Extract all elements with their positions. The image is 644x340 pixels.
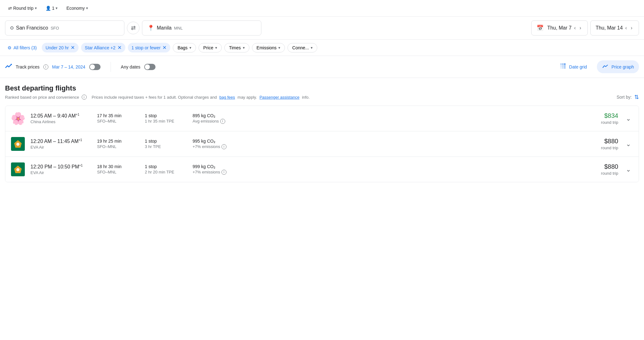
emissions-info-icon[interactable]: i [220,119,225,124]
price-filter-button[interactable]: Price ▾ [199,43,222,52]
filter-chip-staralliance[interactable]: Star Alliance +2 ✕ [81,43,125,52]
passengers-chevron: ▾ [56,6,57,10]
emissions-info-icon[interactable]: i [221,170,226,175]
flight-times: 12:20 AM – 11:45 AM+1 EVA Air [30,138,87,150]
expand-button[interactable]: ⌄ [623,138,634,150]
under20-remove-icon[interactable]: ✕ [71,45,75,51]
track-prices-label: Track prices [16,64,40,69]
any-dates-toggle[interactable] [144,64,156,70]
svg-rect-2 [562,63,564,65]
track-info-icon[interactable]: i [43,64,48,69]
flight-info: 12:05 AM – 9:40 AM+1 China Airlines 17 h… [30,113,582,124]
origin-city: San Francisco SFO [16,25,59,31]
trip-type-label: Round trip [13,6,34,11]
flight-stops: 1 stop 2 hr 20 min TPE [145,164,183,174]
flight-info: 12:20 PM – 10:50 PM+1 EVA Air 18 hr 30 m… [30,164,582,175]
track-prices-toggle[interactable] [89,64,101,70]
expand-button[interactable]: ⌄ [623,112,634,125]
section-title: Best departing flights [5,84,639,92]
expand-button[interactable]: ⌄ [623,163,634,176]
cabin-button[interactable]: Economy ▾ [63,4,91,13]
route-text: SFO–MNL [97,170,135,174]
stoporless-label: 1 stop or fewer [132,45,161,50]
bag-fees-link[interactable]: bag fees [219,95,235,100]
filter-chip-stoporless[interactable]: 1 stop or fewer ✕ [128,43,171,52]
table-row[interactable]: 12:20 AM – 11:45 AM+1 EVA Air 19 hr 25 m… [5,131,639,157]
table-row[interactable]: 🌸 12:05 AM – 9:40 AM+1 China Airlines 17… [5,106,639,131]
filter-chip-under20[interactable]: Under 20 hr ✕ [42,43,79,52]
flight-stops: 1 stop 1 hr 35 min TPE [145,113,183,123]
return-next-button[interactable]: › [630,24,634,32]
price-chevron: ▾ [215,46,217,50]
svg-rect-3 [564,63,565,65]
all-filters-label: All filters (3) [14,45,37,50]
eva-air-logo-2 [10,162,25,177]
emissions-info-icon[interactable]: i [221,144,226,149]
flight-duration: 17 hr 35 min SFO–MNL [97,113,135,123]
sort-button[interactable]: ⇅ [634,94,639,101]
pricing-note: Prices include required taxes + fees for… [92,95,217,100]
emissions-text: 999 kg CO₂ [193,164,240,169]
price-graph-button[interactable]: Price graph [597,60,639,73]
price-label: round trip [587,120,618,125]
origin-dot-icon [10,26,14,30]
flight-info: 12:20 AM – 11:45 AM+1 EVA Air 19 hr 25 m… [30,138,582,150]
section-subtitle-row: Ranked based on price and convenience i … [5,94,639,101]
track-date-range: Mar 7 – 14, 2024 [52,64,85,69]
calendar-icon: 📅 [537,25,543,31]
connections-label: Conne... [292,45,309,50]
cabin-label: Economy [66,6,85,11]
depart-date-field[interactable]: 📅 Thu, Mar 7 ‹ › [531,20,588,36]
bags-label: Bags [177,45,188,50]
flight-duration: 19 hr 25 min SFO–MNL [97,139,135,149]
return-date-label: Thu, Mar 14 [596,25,623,31]
stoporless-remove-icon[interactable]: ✕ [162,45,166,51]
staralliance-label: Star Alliance +2 [85,45,116,50]
bags-filter-button[interactable]: Bags ▾ [173,43,196,52]
trip-type-button[interactable]: ⇄ Round trip ▾ [5,4,40,13]
filters-bar: ⚙ All filters (3) Under 20 hr ✕ Star All… [0,40,644,56]
times-filter-button[interactable]: Times ▾ [224,43,249,52]
eva-air-logo [10,136,25,151]
stops-detail: 3 hr TPE [145,144,183,149]
return-prev-button[interactable]: ‹ [624,24,628,32]
any-dates-label: Any dates [121,64,140,69]
track-prices-bar: Track prices i Mar 7 – 14, 2024 Any date… [0,56,644,78]
passengers-button[interactable]: 👤 1 ▾ [42,4,61,13]
price-value: $880 [587,163,618,170]
person-icon: 👤 [46,6,51,11]
under20-label: Under 20 hr [46,45,69,50]
price-label: Price [203,45,213,50]
depart-prev-button[interactable]: ‹ [573,24,577,32]
ranked-info-icon[interactable]: i [82,95,87,100]
staralliance-remove-icon[interactable]: ✕ [117,45,122,51]
flight-time-range: 12:05 AM – 9:40 AM+1 [30,113,87,119]
emissions-label: +7% emissions i [193,170,240,175]
svg-rect-9 [564,67,565,69]
search-bar: San Francisco SFO ⇄ 📍 Manila MNL 📅 Thu, … [0,17,644,40]
flight-time-range: 12:20 AM – 11:45 AM+1 [30,138,87,144]
swap-button[interactable]: ⇄ [127,22,139,34]
table-row[interactable]: 12:20 PM – 10:50 PM+1 EVA Air 18 hr 30 m… [5,157,639,182]
emissions-text: 995 kg CO₂ [193,139,240,144]
return-date-field[interactable]: Thu, Mar 14 ‹ › [590,20,639,36]
airline-name: China Airlines [30,119,87,124]
cabin-chevron: ▾ [86,6,88,10]
dest-city: Manila MNL [157,25,183,31]
all-filters-button[interactable]: ⚙ All filters (3) [5,43,39,52]
emissions-filter-button[interactable]: Emissions ▾ [252,43,285,52]
date-grid-button[interactable]: Date grid [555,60,592,73]
destination-field[interactable]: 📍 Manila MNL [142,20,261,36]
connections-filter-button[interactable]: Conne... ▾ [287,43,317,52]
svg-rect-5 [562,65,564,67]
flight-emissions: 995 kg CO₂ +7% emissions i [193,139,240,149]
depart-next-button[interactable]: › [578,24,582,32]
airline-name: EVA Air [30,170,87,175]
svg-rect-6 [564,65,565,67]
date-grid-label: Date grid [569,64,587,69]
flight-emissions: 895 kg CO₂ Avg emissions i [193,113,240,124]
chevron-down-icon: ⌄ [626,166,631,173]
passenger-assist-link[interactable]: Passenger assistance [259,95,299,100]
emissions-label: Emissions [257,45,277,50]
origin-field[interactable]: San Francisco SFO [5,20,124,36]
